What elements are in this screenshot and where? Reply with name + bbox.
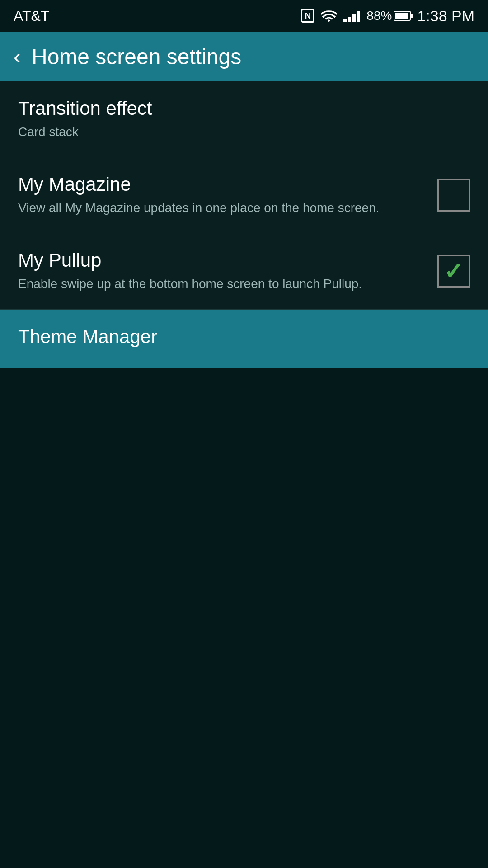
status-bar: AT&T N 88% 1:38 PM [0,0,488,32]
time-label: 1:38 PM [417,7,474,25]
battery-icon [394,11,411,21]
divider-4 [0,368,488,368]
theme-manager-content: Theme Manager [18,326,470,351]
carrier-label: AT&T [14,8,49,24]
my-pullup-item[interactable]: My Pullup Enable swipe up at the bottom … [0,233,488,309]
my-pullup-title: My Pullup [18,250,437,271]
transition-effect-item[interactable]: Transition effect Card stack [0,81,488,157]
page-title: Home screen settings [32,44,241,69]
nfc-icon: N [301,9,314,23]
theme-manager-item[interactable]: Theme Manager [0,310,488,368]
signal-strength-icon [343,9,360,22]
settings-list: Transition effect Card stack My Magazine… [0,81,488,368]
battery-indicator: 88% [366,9,411,23]
my-magazine-item[interactable]: My Magazine View all My Magazine updates… [0,157,488,233]
transition-effect-title: Transition effect [18,98,470,119]
battery-percentage: 88% [366,9,392,23]
my-magazine-description: View all My Magazine updates in one plac… [18,199,437,217]
checkmark-icon: ✓ [444,259,464,283]
wifi-icon [321,9,337,22]
my-pullup-checkbox[interactable]: ✓ [437,255,470,288]
transition-effect-content: Transition effect Card stack [18,98,470,141]
my-pullup-description: Enable swipe up at the bottom home scree… [18,275,437,292]
my-pullup-content: My Pullup Enable swipe up at the bottom … [18,250,437,292]
transition-effect-subtitle: Card stack [18,123,470,141]
back-button[interactable]: ‹ [14,46,21,67]
theme-manager-title: Theme Manager [18,326,470,348]
status-bar-right: N 88% 1:38 PM [301,7,474,25]
toolbar: ‹ Home screen settings [0,32,488,81]
my-magazine-title: My Magazine [18,174,437,195]
my-magazine-content: My Magazine View all My Magazine updates… [18,174,437,217]
my-magazine-checkbox[interactable] [437,179,470,212]
